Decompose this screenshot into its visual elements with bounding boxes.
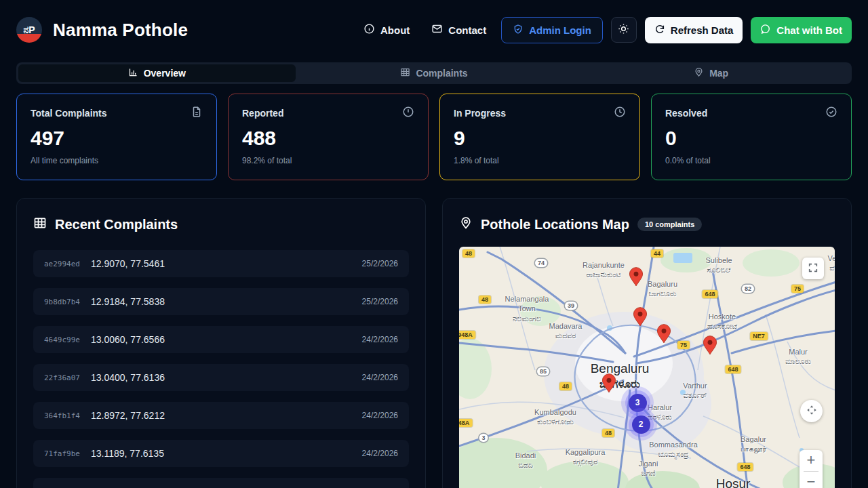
stat-subtext: 0.0% of total (665, 156, 837, 165)
map-canvas[interactable]: + − RajanukunteರಾಜಾನುಕುಂಟಿSulibeleಸೂಲಿಬಿ… (459, 247, 835, 488)
document-icon (191, 106, 203, 120)
route-shield: 74 (535, 259, 547, 267)
complaint-id: 364fb1f4 (44, 411, 80, 420)
complaint-coordinates: 12.8972, 77.6212 (91, 410, 165, 421)
complaint-date: 24/2/2026 (362, 335, 398, 344)
map-place-label: Kaggalipuraಕಗ್ಗಲೀಪುರ (566, 447, 606, 467)
table-icon (400, 67, 410, 79)
complaint-row[interactable]: 22f36a0713.0400, 77.613624/2/2026 (33, 364, 409, 391)
logo-text: ನP (23, 24, 35, 36)
table-icon (33, 216, 47, 233)
map-place-label: Varthurವರ್ತೂರ್ (683, 381, 707, 401)
map-place-label: Bagaluruಬಾಗಲೂರು (648, 279, 677, 299)
stat-card-in-progress: In Progress 9 1.8% of total (439, 94, 640, 180)
map-pin-icon (459, 216, 473, 233)
marker-cluster-count: 2 (632, 415, 650, 434)
refresh-data-button[interactable]: Refresh Data (645, 17, 743, 43)
complaint-date: 25/2/2026 (362, 297, 398, 306)
map-place-label: Veವೆ (828, 253, 835, 273)
stat-label: Resolved (665, 108, 707, 119)
mail-icon (431, 23, 443, 37)
route-shield: 648 (737, 463, 753, 471)
stats-row: Total Complaints 497 All time complaints… (16, 94, 852, 180)
map-place-label: Bagalurபாகலூர் (741, 434, 766, 454)
map-pan-control[interactable] (800, 400, 823, 422)
pothole-marker-pin[interactable] (633, 307, 648, 329)
tab-map[interactable]: Map (572, 64, 850, 82)
stat-card-resolved: Resolved 0 0.0% of total (651, 94, 852, 180)
complaint-row[interactable]: 364fb1f412.8972, 77.621224/2/2026 (33, 402, 409, 429)
contact-label: Contact (448, 24, 486, 36)
pothole-marker-pin[interactable] (629, 267, 644, 289)
refresh-icon (654, 24, 665, 37)
complaint-row[interactable]: ae2994ed12.9070, 77.546125/2/2026 (33, 250, 409, 277)
refresh-data-label: Refresh Data (671, 24, 734, 36)
zoom-in-button[interactable]: + (800, 450, 823, 471)
complaint-row[interactable]: 71faf9be13.1189, 77.613524/2/2026 (33, 440, 409, 467)
pothole-marker-pin[interactable] (602, 373, 616, 396)
tab-bar: Overview Complaints Map (16, 62, 852, 84)
complaints-count-badge: 10 complaints (637, 218, 702, 231)
route-shield: 48A (459, 419, 472, 427)
complaint-row[interactable]: 1e4091d412.9906, 77.603724/2/2026 (33, 478, 409, 488)
complaint-id: 71faf9be (44, 449, 80, 458)
tab-complaints[interactable]: Complaints (296, 64, 573, 82)
alert-circle-icon (402, 106, 414, 120)
map-pin-icon (694, 67, 704, 79)
stat-label: In Progress (454, 108, 506, 119)
complaint-id: 22f36a07 (44, 373, 80, 382)
stat-card-total: Total Complaints 497 All time complaints (16, 94, 217, 180)
map-place-label: Kumbalgoduಕುಂಬಳಗೋಡು (534, 407, 576, 427)
zoom-out-button[interactable]: − (800, 471, 823, 488)
bar-chart-icon (128, 67, 138, 79)
page-title: Namma Pothole (53, 20, 188, 41)
recent-complaints-panel: Recent Complaints ae2994ed12.9070, 77.54… (16, 198, 426, 488)
route-shield: 85 (537, 367, 549, 375)
chat-with-bot-button[interactable]: Chat with Bot (751, 17, 852, 43)
content-panels: Recent Complaints ae2994ed12.9070, 77.54… (16, 198, 852, 488)
route-shield: 39 (565, 302, 577, 310)
route-shield: 48 (602, 429, 614, 437)
map-zoom-control: + − (800, 450, 823, 488)
admin-login-button[interactable]: Admin Login (501, 17, 603, 43)
complaint-id: 9b8db7b4 (44, 298, 80, 306)
route-shield: 44 (651, 249, 663, 258)
map-place-label: Bidadiಬಿಡದಿ (515, 451, 536, 470)
route-shield: 948A (459, 331, 475, 339)
stat-value: 9 (454, 127, 626, 150)
stat-value: 497 (31, 127, 203, 150)
about-link[interactable]: About (357, 18, 416, 42)
pothole-marker-pin[interactable] (703, 336, 717, 358)
map-fullscreen-button[interactable] (802, 258, 824, 279)
chat-bubble-icon (760, 24, 771, 37)
complaint-date: 24/2/2026 (362, 449, 398, 458)
map-place-label: Hosur (716, 476, 751, 488)
complaint-id: 4649c99e (44, 336, 80, 344)
shield-check-icon (513, 24, 524, 37)
map-place-label: Hoskoteಹೊಸಕೋಟೆ (707, 312, 737, 331)
map-place-label: Rajanukunteರಾಜಾನುಕುಂಟಿ (583, 260, 625, 280)
tab-overview[interactable]: Overview (18, 64, 296, 82)
map-panel-title: Pothole Locations Map (481, 217, 629, 232)
theme-toggle-button[interactable] (611, 17, 637, 43)
recent-complaints-title: Recent Complaints (55, 217, 178, 232)
admin-login-label: Admin Login (529, 24, 591, 36)
sun-icon (618, 23, 629, 37)
complaint-row[interactable]: 4649c99e13.0060, 77.656624/2/2026 (33, 326, 409, 353)
route-shield: 75 (791, 285, 804, 293)
route-shield: 48 (479, 296, 491, 304)
contact-link[interactable]: Contact (425, 18, 493, 42)
complaint-coordinates: 12.9184, 77.5838 (91, 296, 165, 307)
route-shield: 3 (479, 434, 488, 442)
about-label: About (380, 24, 410, 36)
header-actions: About Contact Admin Login Refresh Data C… (357, 17, 852, 43)
complaint-date: 24/2/2026 (362, 373, 398, 382)
tab-overview-label: Overview (144, 68, 186, 79)
complaint-row[interactable]: 9b8db7b412.9184, 77.583825/2/2026 (33, 288, 409, 315)
recent-complaints-list: ae2994ed12.9070, 77.546125/2/20269b8db7b… (33, 250, 409, 488)
pothole-marker-pin[interactable] (657, 324, 671, 346)
marker-cluster[interactable]: 2 (625, 408, 657, 441)
chat-with-bot-label: Chat with Bot (776, 24, 842, 36)
stat-subtext: All time complaints (31, 156, 203, 165)
brand: ನP Namma Pothole (16, 17, 188, 43)
